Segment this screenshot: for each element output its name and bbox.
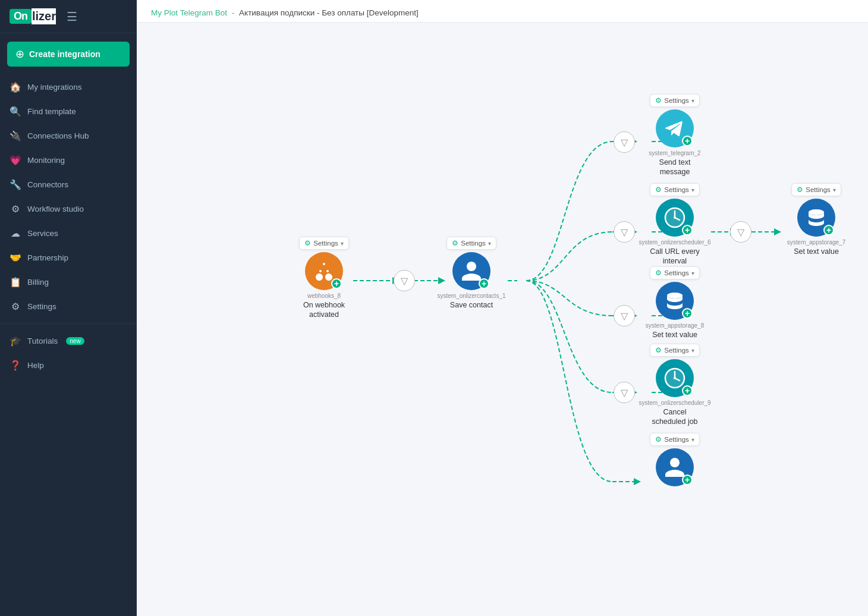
connections-hub-label: Connections Hub <box>27 131 89 140</box>
sidebar-item-tutorials[interactable]: 🎓Tutorialsnew <box>0 329 137 353</box>
bottom-nav-items: 🎓Tutorialsnew❓Help <box>0 329 137 378</box>
settings-label-2: Settings <box>461 240 486 247</box>
node-header-appstorage8[interactable]: ⚙ Settings ▾ <box>650 266 700 279</box>
node-icon-wrap-scheduler6: + <box>656 199 694 237</box>
partnership-label: Partnership <box>27 253 68 262</box>
node-label-webhooks: On webhookactivated <box>303 300 345 320</box>
nav-items: 🏠My integrations🔍Find template🔌Connectio… <box>0 75 137 319</box>
settings-icon: ⚙ <box>10 301 21 312</box>
breadcrumb-link[interactable]: My Plot Telegram Bot <box>151 8 227 17</box>
sidebar-item-settings[interactable]: ⚙Settings <box>0 294 137 319</box>
billing-label: Billing <box>27 278 49 287</box>
settings-label-3: Settings <box>664 97 689 104</box>
my-integrations-label: My integrations <box>27 83 82 92</box>
node-appstorage-7: ⚙ Settings ▾ + system_appstorage_7 Set t… <box>784 183 849 256</box>
create-integration-label: Create integration <box>29 49 100 59</box>
node-plus-appstorage8[interactable]: + <box>682 308 693 319</box>
node-id-appstorage8: system_appstorage_8 <box>646 322 704 329</box>
node-label-scheduler9: Cancelscheduled job <box>652 407 697 427</box>
workflow-studio-label: Workflow studio <box>27 205 84 213</box>
node-icon-wrap-telegram: + <box>656 109 694 147</box>
node-bottom-contact: ⚙ Settings ▾ + <box>642 433 707 486</box>
connections-hub-icon: 🔌 <box>10 130 21 142</box>
main-content: My Plot Telegram Bot - Активация подписк… <box>137 0 868 616</box>
node-plus-scheduler9[interactable]: + <box>682 385 693 396</box>
node-header-telegram[interactable]: ⚙ Settings ▾ <box>650 94 700 107</box>
plus-icon: ⊕ <box>15 48 24 61</box>
tutorials-badge: new <box>66 337 84 345</box>
node-id-webhooks: webhooks_8 <box>307 293 341 299</box>
logo-text: lizer <box>32 8 56 24</box>
dropdown-icon-3: ▾ <box>691 98 694 104</box>
node-header-scheduler6[interactable]: ⚙ Settings ▾ <box>650 183 700 196</box>
node-icon-wrap-appstorage7: + <box>797 199 835 237</box>
sidebar-item-find-template[interactable]: 🔍Find template <box>0 99 137 124</box>
node-label-appstorage8: Set text value <box>652 330 697 340</box>
dropdown-icon-5: ▾ <box>833 187 836 193</box>
create-integration-button[interactable]: ⊕ Create integration <box>7 42 130 67</box>
svg-point-36 <box>674 377 676 379</box>
sidebar-item-connectors[interactable]: 🔧Connectors <box>0 172 137 197</box>
settings-icon-3: ⚙ <box>655 96 662 105</box>
settings-label-7: Settings <box>664 347 689 354</box>
sidebar-item-workflow-studio[interactable]: ⚙Workflow studio <box>0 197 137 221</box>
node-id-contact: system_onlizercontacts_1 <box>437 293 505 299</box>
tutorials-label: Tutorials <box>27 337 58 345</box>
my-integrations-icon: 🏠 <box>10 81 21 93</box>
connectors-label: Connectors <box>27 180 68 189</box>
hamburger-icon[interactable]: ☰ <box>67 10 77 24</box>
node-plus-appstorage7[interactable]: + <box>823 225 834 235</box>
breadcrumb: My Plot Telegram Bot - Активация подписк… <box>151 8 854 17</box>
node-scheduler-6: ⚙ Settings ▾ + system_onlizerscheduler_6… <box>642 183 707 266</box>
node-contact: ⚙ Settings ▾ + system_onlizercontacts_1 … <box>439 237 504 310</box>
services-label: Services <box>27 229 58 238</box>
settings-label-8: Settings <box>664 436 689 443</box>
sidebar-item-services[interactable]: ☁Services <box>0 221 137 246</box>
sidebar-item-help[interactable]: ❓Help <box>0 353 137 378</box>
node-header-bottom[interactable]: ⚙ Settings ▾ <box>650 433 700 446</box>
settings-icon-2: ⚙ <box>452 239 458 247</box>
node-webhooks: ⚙ Settings ▾ + webhooks_8 On webhookacti… <box>291 237 357 320</box>
filter-node-6[interactable]: ▽ <box>730 221 751 243</box>
node-header-contact[interactable]: ⚙ Settings ▾ <box>446 237 496 250</box>
node-plus-webhooks[interactable]: + <box>331 278 342 289</box>
node-label-scheduler6: Call URL everyinterval <box>650 247 700 266</box>
sidebar-item-my-integrations[interactable]: 🏠My integrations <box>0 75 137 99</box>
breadcrumb-current: Активация подписки - Без оплаты [Develop… <box>239 8 419 17</box>
dropdown-icon-7: ▾ <box>691 347 694 354</box>
node-plus-scheduler6[interactable]: + <box>682 225 693 235</box>
node-plus-bottom[interactable]: + <box>682 474 693 485</box>
logo-box: On <box>10 9 32 24</box>
filter-node-5[interactable]: ▽ <box>614 382 635 403</box>
svg-point-31 <box>809 209 824 215</box>
workflow-studio-icon: ⚙ <box>10 203 21 215</box>
sidebar-item-connections-hub[interactable]: 🔌Connections Hub <box>0 124 137 148</box>
svg-marker-16 <box>774 228 781 235</box>
filter-node-4[interactable]: ▽ <box>614 305 635 326</box>
node-plus-contact[interactable]: + <box>479 278 489 289</box>
node-header-scheduler9[interactable]: ⚙ Settings ▾ <box>650 344 700 357</box>
node-id-scheduler9: system_onlizerscheduler_9 <box>639 400 710 406</box>
connectors-icon: 🔧 <box>10 179 21 190</box>
sidebar-item-billing[interactable]: 📋Billing <box>0 270 137 294</box>
monitoring-icon: 💗 <box>10 155 21 166</box>
node-header-webhooks[interactable]: ⚙ Settings ▾ <box>299 237 349 250</box>
filter-node-2[interactable]: ▽ <box>614 131 635 153</box>
settings-icon-6: ⚙ <box>655 269 662 277</box>
node-label-contact: Save contact <box>450 300 493 310</box>
sidebar-item-monitoring[interactable]: 💗Monitoring <box>0 148 137 172</box>
node-header-appstorage7[interactable]: ⚙ Settings ▾ <box>791 183 841 196</box>
sidebar-item-partnership[interactable]: 🤝Partnership <box>0 246 137 270</box>
settings-icon-5: ⚙ <box>797 186 803 194</box>
breadcrumb-sep: - <box>232 8 237 17</box>
node-telegram: ⚙ Settings ▾ + system_telegram_2 Send te… <box>642 94 707 177</box>
node-plus-telegram[interactable]: + <box>682 136 693 146</box>
connections-svg <box>137 23 868 616</box>
filter-node-3[interactable]: ▽ <box>614 221 635 243</box>
node-icon-wrap-bottom: + <box>656 448 694 486</box>
partnership-icon: 🤝 <box>10 252 21 263</box>
help-icon: ❓ <box>10 360 21 371</box>
filter-node-1[interactable]: ▽ <box>394 270 415 291</box>
dropdown-icon-4: ▾ <box>691 187 694 193</box>
dropdown-icon-6: ▾ <box>691 270 694 276</box>
